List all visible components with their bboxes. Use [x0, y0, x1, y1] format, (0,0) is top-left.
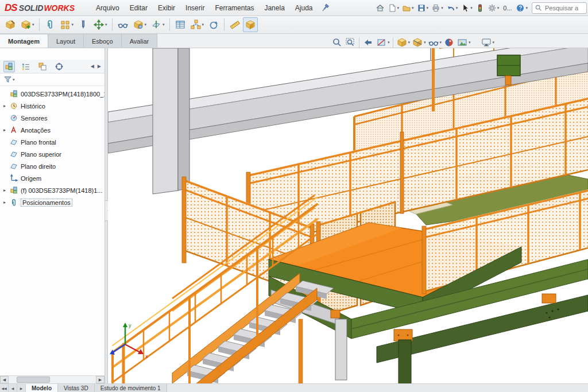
mate-button[interactable] [42, 17, 57, 32]
display-style-button[interactable]: ▾ [411, 36, 427, 49]
bill-of-materials-button[interactable] [173, 17, 188, 32]
graphics-area[interactable]: x y z [108, 48, 588, 383]
tab-esboco[interactable]: Esboço [84, 34, 122, 48]
select-tool-button[interactable]: ▾ [459, 1, 474, 15]
scroll-right-arrow[interactable]: ▶ [96, 376, 105, 383]
tab-avaliar[interactable]: Avaliar [122, 34, 157, 48]
zoom-area-button[interactable] [344, 36, 357, 49]
menu-ajuda[interactable]: Ajuda [290, 0, 318, 15]
options-gear-button[interactable]: ▾ [486, 1, 501, 15]
reference-geometry-button[interactable]: ▾ [149, 17, 167, 32]
menu-inserir[interactable]: Inserir [180, 0, 210, 15]
save-button[interactable]: ▾ [416, 1, 430, 15]
distant-post[interactable] [432, 48, 435, 111]
manager-tab-scroll-right[interactable]: ▶ [96, 64, 102, 69]
menu-editar[interactable]: Editar [125, 0, 153, 15]
expand-arrow-icon[interactable]: ▸ [3, 188, 10, 193]
expand-arrow-icon[interactable]: ▸ [3, 103, 10, 108]
3d-scene[interactable]: x y z [108, 48, 588, 383]
assembly-features-button[interactable]: ▾ [131, 17, 149, 32]
search-box[interactable] [532, 2, 587, 14]
tree-root-item[interactable]: 003DSE3733PM(1418)1800_1 [0, 88, 105, 100]
edit-component-button[interactable] [3, 17, 18, 32]
traffic-light-icon[interactable] [474, 1, 486, 15]
panel-horizontal-scrollbar[interactable]: ◀ ▶ [0, 375, 105, 383]
featuremanager-tab[interactable] [3, 61, 15, 72]
exploded-view-button[interactable]: ▾ [188, 17, 206, 32]
chevron-down-icon[interactable]: ▾ [13, 77, 15, 82]
tab-estudo-de-movimento[interactable]: Estudo de movimento 1 [95, 384, 167, 392]
history-icon [10, 102, 18, 110]
smart-fasteners-button[interactable] [76, 17, 91, 32]
edit-appearance-button[interactable] [443, 36, 455, 49]
ds-logo-mark: DS [5, 2, 17, 14]
chevron-down-icon: ▾ [397, 6, 400, 10]
toolbar-separator [359, 37, 359, 48]
insert-components-button[interactable]: ▾ [18, 17, 36, 32]
hide-show-items-button[interactable]: ▾ [427, 36, 443, 49]
assembly-toolbar: ▾ ▾ ▾ ▾ ▾ ▾ [0, 16, 588, 34]
tree-root-label: 003DSE3733PM(1418)1800_1 [21, 91, 105, 98]
manager-tab-scroll-left[interactable]: ◀ [90, 64, 95, 69]
filter-icon[interactable] [3, 75, 12, 84]
chevron-down-icon: ▾ [470, 6, 473, 10]
tree-item-sensores[interactable]: Sensores [0, 112, 105, 124]
scrollbar-track[interactable] [50, 376, 96, 383]
propertymanager-tab[interactable] [20, 61, 32, 72]
toolbar-separator [393, 37, 393, 48]
tree-item-plano-superior[interactable]: Plano superior [0, 148, 105, 160]
chevron-down-icon: ▾ [456, 6, 458, 10]
doc-tab-scroll-first[interactable]: ◀◀ [0, 384, 9, 392]
tree-item-anotacoes[interactable]: ▸ Anotações [0, 124, 105, 136]
toolbar-separator [224, 18, 225, 31]
apply-scene-button[interactable]: ▾ [456, 36, 471, 49]
tree-item-historico[interactable]: ▸ Histórico [0, 100, 105, 112]
tree-item-origem[interactable]: Origem [0, 172, 105, 184]
toolbar-separator [39, 18, 40, 31]
tree-item-plano-frontal[interactable]: Plano frontal [0, 136, 105, 148]
expand-arrow-icon[interactable]: ▸ [3, 127, 10, 133]
large-assembly-mode-button[interactable] [243, 17, 258, 32]
view-orientation-button[interactable]: ▾ [396, 36, 411, 49]
new-document-button[interactable]: ▾ [386, 1, 401, 15]
linear-component-pattern-button[interactable]: ▾ [58, 17, 76, 32]
configurationmanager-tab[interactable] [37, 61, 48, 72]
move-component-button[interactable]: ▾ [91, 17, 109, 32]
doc-tab-scroll-left[interactable]: ◀ [9, 384, 17, 392]
pin-menu-icon[interactable] [320, 3, 330, 13]
menu-ferramentas[interactable]: Ferramentas [210, 0, 259, 15]
origin-icon [10, 174, 18, 183]
tab-modelo[interactable]: Modelo [26, 384, 58, 392]
doc-tab-scroll-right[interactable]: ▶ [17, 384, 26, 392]
previous-view-button[interactable] [362, 36, 374, 49]
dimxpertmanager-tab[interactable] [53, 61, 65, 72]
instant3d-button[interactable] [227, 17, 242, 32]
scrollbar-thumb[interactable] [17, 377, 50, 383]
home-button[interactable] [374, 1, 386, 15]
search-input[interactable] [544, 4, 584, 12]
open-button[interactable]: ▾ [401, 1, 415, 15]
show-hidden-components-button[interactable] [115, 17, 130, 32]
steel-column[interactable] [153, 48, 189, 194]
menu-janela[interactable]: Janela [259, 0, 289, 15]
zoom-fit-button[interactable] [331, 36, 343, 49]
tree-item-plano-direito[interactable]: Plano direito [0, 160, 105, 172]
section-view-button[interactable]: ▾ [375, 36, 390, 49]
menu-exibir[interactable]: Exibir [153, 0, 180, 15]
toolbar-overflow-label[interactable]: 0... [501, 5, 514, 11]
view-settings-button[interactable]: ▾ [480, 36, 496, 49]
tab-montagem[interactable]: Montagem [0, 34, 48, 48]
menu-arquivo[interactable]: Arquivo [91, 0, 125, 15]
print-button[interactable]: ▾ [430, 1, 444, 15]
new-motion-study-button[interactable] [206, 17, 221, 32]
quick-access-toolbar: ▾ ▾ ▾ ▾ ▾ ▾ ▾ 0... ▾ [374, 1, 588, 15]
solidworks-logo: DS SOLIDWORKS [0, 2, 91, 14]
tab-vistas-3d[interactable]: Vistas 3D [58, 384, 95, 392]
scroll-left-arrow[interactable]: ◀ [0, 376, 9, 383]
help-button[interactable]: ▾ [514, 1, 529, 15]
tab-layout[interactable]: Layout [48, 34, 84, 48]
undo-button[interactable]: ▾ [445, 1, 459, 15]
tree-item-component[interactable]: ▸ (f) 003DSE3733PM(1418)1... [0, 184, 105, 196]
expand-arrow-icon[interactable]: ▸ [3, 200, 10, 205]
tree-item-posicionamentos[interactable]: ▸ Posicionamentos [0, 196, 105, 208]
